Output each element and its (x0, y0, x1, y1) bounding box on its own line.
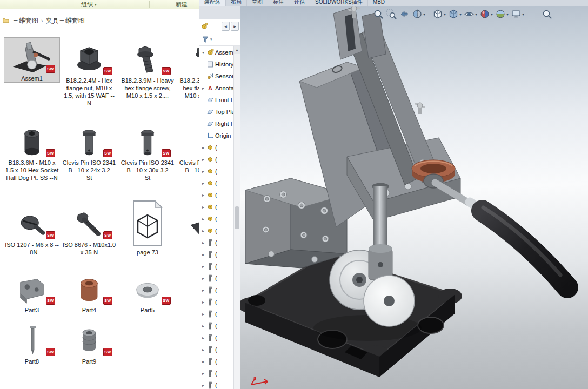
file-item[interactable]: SW Part8 (4, 323, 59, 365)
organize-button[interactable]: 组织 ▾ (81, 1, 97, 9)
section-view-button[interactable]: ▾ (411, 8, 426, 20)
scroll-up-icon[interactable]: ▲ (234, 46, 240, 54)
file-item-label: Part8 (4, 357, 59, 365)
tab-annotate[interactable]: 标注 (268, 0, 289, 6)
expander-icon[interactable]: ▸ (201, 347, 205, 352)
file-item[interactable]: SW Clevis Pin ISO 2341 - B - 10 x 24x 3.… (62, 124, 117, 182)
tree-item[interactable]: ▸( (199, 165, 233, 177)
panel-back-button[interactable]: ◀ (222, 22, 230, 31)
tree-item[interactable]: ▸( (199, 201, 233, 213)
tree-item[interactable]: ▸( (199, 177, 233, 189)
apply-scene-button[interactable]: ▾ (495, 8, 509, 20)
tab-evaluate[interactable]: 评估 (289, 0, 310, 6)
file-item[interactable]: SW Part3 (4, 272, 59, 314)
tree-item[interactable]: ▸( (199, 153, 233, 165)
hide-show-items-button[interactable]: ▾ (463, 8, 478, 20)
display-style-button[interactable]: ▾ (447, 8, 462, 20)
clamp-assembly-3d-model[interactable] (240, 6, 588, 389)
tree-item[interactable]: ▸( (199, 320, 233, 332)
tree-item[interactable]: ▸( (199, 225, 233, 237)
expander-icon[interactable]: ▸ (201, 276, 205, 281)
tab-layout[interactable]: 布局 (226, 0, 247, 6)
previous-view-button[interactable] (398, 8, 410, 20)
tree-item[interactable]: ▸( (199, 367, 233, 379)
tree-item[interactable]: ▸( (199, 308, 233, 320)
tree-item[interactable]: ▸( (199, 249, 233, 260)
tree-item[interactable]: Right Plane (199, 118, 233, 130)
tree-item[interactable]: ▸( (199, 296, 233, 308)
expander-icon[interactable]: ▸ (201, 264, 205, 269)
tree-item[interactable]: ▸( (199, 237, 233, 249)
expander-icon[interactable]: ▸ (201, 371, 205, 376)
new-button[interactable]: 新建 (176, 1, 188, 9)
expander-open-icon[interactable]: ▾ (201, 50, 205, 55)
expander-icon[interactable]: ▸ (201, 157, 205, 162)
expander-icon[interactable]: ▸ (201, 217, 205, 222)
file-item[interactable]: SW B18.2.2.4M - Hex flange nut, M10 x 1.… (62, 41, 117, 107)
expander-icon[interactable]: ▸ (201, 86, 205, 91)
expander-icon[interactable]: ▸ (201, 359, 205, 364)
tree-item[interactable]: ▸( (199, 213, 233, 225)
file-item[interactable]: SW ISO 8676 - M10x1.0 x 35-N (62, 209, 117, 256)
tree-item[interactable]: ▸( (199, 356, 233, 367)
expander-icon[interactable]: ▸ (201, 240, 205, 245)
tree-item[interactable]: ▸( (199, 272, 233, 284)
graphics-viewport[interactable] (240, 6, 588, 389)
tree-item[interactable]: Sensors (199, 70, 233, 82)
view-settings-button[interactable]: ▾ (510, 8, 525, 20)
tree-item[interactable]: Origin (199, 130, 233, 142)
file-item[interactable]: SW B18.2.3.9M - Heavy hex flange screw, … (120, 41, 175, 99)
file-item[interactable]: SW Assem1 (4, 38, 59, 82)
tree-scrollbar[interactable]: ▲ (233, 46, 240, 389)
edit-appearance-button[interactable]: ▾ (479, 8, 493, 20)
tree-item[interactable]: ▸( (199, 260, 233, 272)
tree-item[interactable]: ▸( (199, 284, 233, 296)
file-item[interactable]: SW Part5 (120, 272, 175, 314)
scrollbar-thumb[interactable] (235, 206, 239, 229)
expander-icon[interactable]: ▸ (201, 324, 205, 328)
tab-assembly[interactable]: 装配体 (199, 0, 226, 6)
breadcrumb-current[interactable]: 夹具三维套图 (46, 16, 85, 25)
zoom-to-area-button[interactable] (385, 8, 397, 20)
expander-icon[interactable]: ▸ (201, 336, 205, 340)
file-item[interactable]: SW B18.3.6M - M10 x 1.5 x 10 Hex Socket … (4, 124, 59, 182)
expander-icon[interactable]: ▸ (201, 193, 205, 198)
expander-icon[interactable]: ▸ (201, 312, 205, 317)
expander-icon[interactable]: ▸ (201, 300, 205, 305)
zoom-to-fit-button[interactable] (372, 8, 384, 20)
expander-icon[interactable]: ▸ (201, 383, 205, 388)
tab-mbd[interactable]: MBD (368, 0, 390, 6)
panel-forward-button[interactable]: ▶ (231, 22, 239, 31)
expander-icon[interactable]: ▸ (201, 181, 205, 186)
tree-item-label: ( (215, 251, 217, 258)
file-item[interactable]: SW ISO 1207 - M6 x 8 --- 8N (4, 209, 59, 256)
tree-filter[interactable]: ▾ (199, 33, 240, 46)
zoom-magnify-button[interactable] (541, 8, 553, 20)
tree-item[interactable]: ▸( (199, 379, 233, 389)
expander-icon[interactable]: ▸ (201, 205, 205, 210)
tree-item[interactable]: ▸( (199, 189, 233, 201)
tree-item[interactable]: ▸( (199, 332, 233, 344)
tree-item[interactable]: ▾Assem (199, 46, 233, 58)
file-item[interactable]: SW Part4 (62, 272, 117, 314)
file-item[interactable]: SW Part9 (62, 323, 117, 365)
tree-item-label: Sensors (215, 73, 233, 79)
tree-item[interactable]: Top Plane (199, 106, 233, 118)
tree-item[interactable]: Front Plane (199, 94, 233, 106)
view-orientation-button[interactable]: ▾ (432, 8, 446, 20)
file-item[interactable]: SW Clevis Pin ISO 2341 - B - 10 x 30x 3.… (120, 124, 175, 182)
expander-icon[interactable]: ▸ (201, 229, 205, 233)
tree-item[interactable]: History (199, 58, 233, 70)
file-item[interactable]: page 73 (120, 198, 175, 256)
expander-icon[interactable]: ▸ (201, 252, 205, 257)
expander-icon[interactable]: ▸ (201, 169, 205, 174)
tree-item[interactable]: ▸( (199, 344, 233, 356)
tab-addins[interactable]: SOLIDWORKS插件 (310, 0, 368, 6)
expander-icon[interactable]: ▸ (201, 145, 205, 150)
breadcrumb-root[interactable]: 三维套图 (12, 16, 38, 25)
tree-item[interactable]: ▸( (199, 142, 233, 153)
tree-item[interactable]: ▸Annotations (199, 82, 233, 94)
tab-sketch[interactable]: 草图 (247, 0, 268, 6)
feature-panel-tabs: ◀ ▶ (199, 19, 240, 33)
expander-icon[interactable]: ▸ (201, 288, 205, 293)
